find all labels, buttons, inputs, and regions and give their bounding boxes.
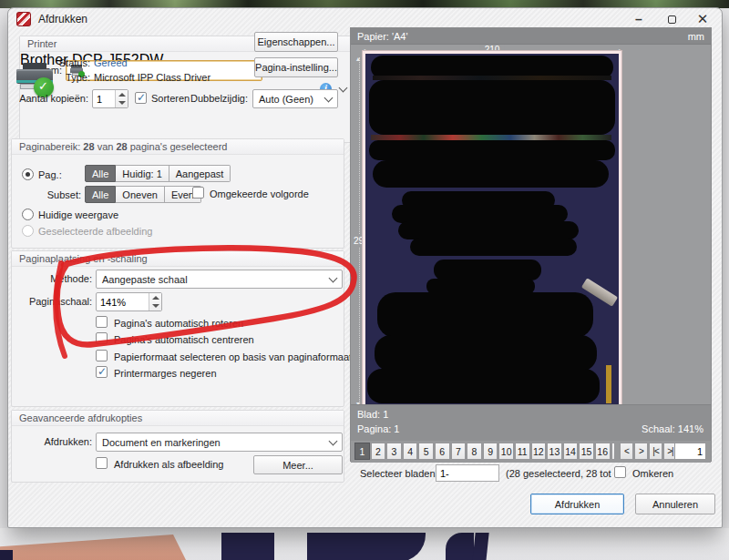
arrow-right-icon: ▸: [619, 46, 622, 55]
page-tab[interactable]: 2: [371, 443, 386, 460]
subset-all[interactable]: Alle: [85, 186, 116, 203]
placement-section-header: Paginaplaatsing en -schaling: [12, 251, 344, 267]
redacted-content: [375, 335, 597, 372]
placement-group: Paginaplaatsing en -schaling Methode: Aa…: [11, 250, 344, 407]
print-as-image-checkbox[interactable]: [96, 457, 108, 469]
chevron-down-icon: [329, 273, 338, 282]
subset-odd[interactable]: Oneven: [116, 186, 165, 203]
page-range-header: Paginabereik: 28 van 28 pagina's geselec…: [12, 139, 344, 155]
width-dimension-line: ◂ ▸ 210: [364, 50, 621, 51]
current-view-label: Huidige weergave: [38, 209, 118, 220]
print-what-label: Afdrukken:: [30, 436, 92, 447]
method-value: Aangepaste schaal: [102, 274, 188, 285]
background-letter-shape: [221, 533, 274, 560]
next-page-button[interactable]: >: [634, 443, 648, 460]
page-setup-button[interactable]: Pagina-instelling...: [254, 57, 338, 77]
preview-header: Papier: 'A4' mm: [351, 28, 711, 45]
redacted-content: [373, 160, 609, 188]
maximize-icon: [668, 15, 676, 24]
more-button[interactable]: Meer...: [253, 455, 343, 474]
pager-nav: < > |< >|: [620, 443, 677, 460]
background-letter-shape: [0, 550, 13, 560]
page-scale-input[interactable]: [100, 293, 147, 311]
duplex-label: Dubbelzijdig:: [190, 93, 248, 104]
select-sheets-label: Selecteer bladen:: [360, 468, 438, 479]
redacted-content: [377, 292, 593, 338]
first-page-button[interactable]: |<: [649, 443, 662, 460]
preview-area[interactable]: ◂ ▸ 210 ▴ ▾ 297: [351, 45, 711, 404]
paper-size-label: Papier: 'A4': [357, 28, 408, 45]
redacted-content: [434, 260, 541, 280]
copies-stepper[interactable]: [92, 89, 128, 108]
auto-center-label: Pagina's automatisch centreren: [114, 334, 254, 345]
print-as-image-label: Afdrukken als afbeelding: [114, 459, 223, 470]
pages-radio[interactable]: [22, 168, 34, 180]
advanced-section-header: Geavanceerde afdrukopties: [12, 411, 344, 426]
page-range-group: Paginabereik: 28 van 28 pagina's geselec…: [11, 138, 344, 249]
page-tab[interactable]: 14: [563, 443, 579, 460]
duplex-select[interactable]: Auto (Geen): [252, 89, 338, 108]
page-tab[interactable]: 13: [547, 443, 562, 460]
invert-checkbox[interactable]: [614, 466, 626, 478]
page-tab[interactable]: 6: [435, 443, 450, 460]
background-webpage: [0, 528, 729, 560]
segment-custom[interactable]: Aangepast: [169, 165, 231, 182]
redacted-content: [410, 238, 577, 256]
height-dimension-line: ▴ ▾ 297: [359, 57, 360, 405]
page-tab[interactable]: 7: [451, 443, 467, 460]
page-tab[interactable]: 9: [483, 443, 498, 460]
background-letter-shape: [307, 533, 358, 560]
spinner-arrows-icon[interactable]: [115, 90, 128, 107]
page-scope-segment: Alle Huidig: 1 Aangepast: [85, 165, 231, 182]
properties-button[interactable]: Eigenschappen...: [254, 32, 338, 52]
background-letter-shape: [472, 533, 488, 560]
page-tab[interactable]: 1: [354, 443, 370, 460]
select-sheets-input[interactable]: [436, 464, 499, 482]
spinner-arrows-icon[interactable]: [149, 293, 161, 311]
page-tab-clipped[interactable]: [611, 443, 615, 460]
redacted-content: [367, 369, 600, 403]
segment-all[interactable]: Alle: [85, 165, 116, 182]
cancel-button[interactable]: Annuleren: [635, 494, 715, 514]
page-scale-label: Paginaschaal:: [19, 296, 92, 307]
print-button[interactable]: Afdrukken: [530, 494, 624, 514]
page-tab[interactable]: 8: [467, 443, 482, 460]
chevron-down-icon: [339, 84, 348, 93]
ignore-margins-checkbox[interactable]: [96, 366, 108, 378]
page-scale-stepper[interactable]: [96, 292, 162, 311]
page-range-header-text: Paginabereik:: [19, 141, 83, 152]
page-tab[interactable]: 11: [515, 443, 530, 460]
auto-center-checkbox[interactable]: [96, 332, 108, 344]
page-range-header-text: van: [95, 141, 117, 152]
page-tab[interactable]: 15: [579, 443, 594, 460]
page-tab[interactable]: 12: [531, 443, 547, 460]
preview-status-bar: Blad: 1 Pagina: 1 Schaal: 141%: [351, 404, 711, 441]
prev-page-button[interactable]: <: [620, 443, 633, 460]
page-tab[interactable]: 4: [403, 443, 418, 460]
method-select[interactable]: Aangepaste schaal: [96, 270, 343, 289]
selection-info: (28 geselecteerd, 28 tot...: [506, 468, 611, 479]
copies-input[interactable]: [97, 90, 113, 107]
page-tabs: 1 2 3 4 5 6 7 8 9 10 11 12 13 14 15 16: [354, 443, 615, 460]
segment-current[interactable]: Huidig: 1: [116, 165, 169, 182]
status-value: Gereed: [94, 57, 128, 68]
print-what-value: Document en markeringen: [102, 437, 221, 448]
arrow-up-icon: ▴: [356, 55, 360, 63]
paper-by-page-checkbox[interactable]: [96, 350, 108, 361]
page-tab[interactable]: 16: [595, 443, 611, 460]
collate-checkbox[interactable]: [135, 92, 147, 104]
background-letter-shape: [446, 533, 474, 560]
reverse-order-checkbox[interactable]: [192, 187, 204, 199]
page-tab[interactable]: 5: [418, 443, 434, 460]
scale-status: Schaal: 141%: [642, 423, 703, 434]
units-label: mm: [688, 28, 704, 45]
background-salmon-shape: [0, 535, 219, 560]
page-tab[interactable]: 3: [386, 443, 402, 460]
page-tab[interactable]: 10: [498, 443, 514, 460]
page-range-header-text: pagina's geselecteerd: [128, 141, 228, 152]
page-number-input[interactable]: [674, 443, 706, 460]
advanced-group: Geavanceerde afdrukopties Afdrukken: Doc…: [11, 410, 344, 483]
current-view-radio[interactable]: [22, 209, 34, 220]
auto-rotate-checkbox[interactable]: [96, 316, 108, 328]
print-what-select[interactable]: Document en markeringen: [96, 433, 343, 452]
